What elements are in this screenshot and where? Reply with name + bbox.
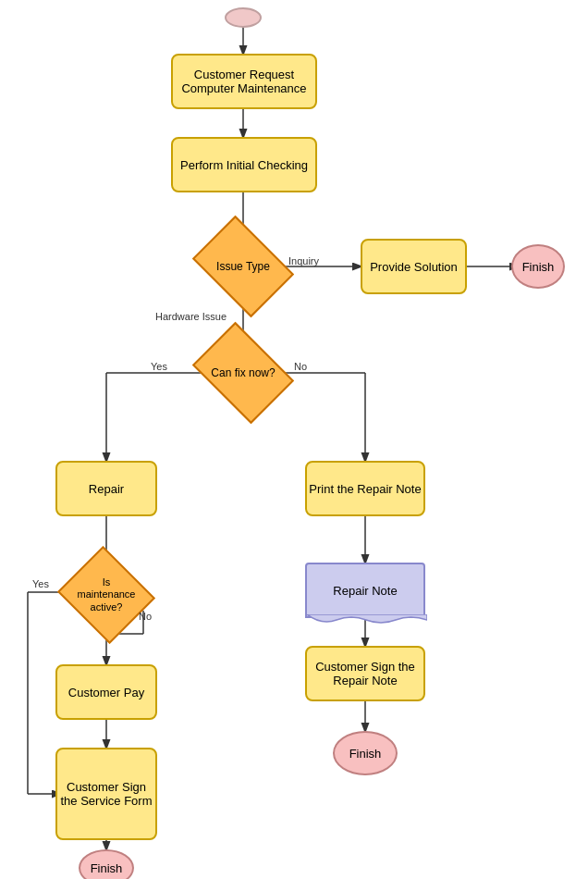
inquiry-label: Inquiry bbox=[288, 255, 319, 266]
provide-solution-node: Provide Solution bbox=[361, 239, 467, 294]
yes-maint-label: Yes bbox=[32, 578, 49, 589]
provide-solution-label: Provide Solution bbox=[370, 260, 458, 274]
issue-type-label: Issue Type bbox=[216, 260, 270, 273]
start-node bbox=[225, 7, 262, 28]
customer-request-node: Customer Request Computer Maintenance bbox=[171, 54, 317, 109]
customer-sign-service-node: Customer Sign the Service Form bbox=[55, 748, 157, 840]
customer-sign-repair-label: Customer Sign the Repair Note bbox=[307, 660, 423, 687]
can-fix-label: Can fix now? bbox=[211, 366, 275, 379]
customer-sign-repair-node: Customer Sign the Repair Note bbox=[305, 646, 425, 701]
hardware-label: Hardware Issue bbox=[155, 311, 227, 322]
print-repair-note-label: Print the Repair Note bbox=[309, 482, 421, 496]
repair-label: Repair bbox=[89, 482, 124, 496]
repair-note-doc-node: Repair Note bbox=[305, 563, 425, 618]
customer-pay-label: Customer Pay bbox=[68, 686, 144, 699]
finish-right-node: Finish bbox=[333, 731, 398, 775]
finish-left-label: Finish bbox=[91, 861, 123, 875]
is-maintenance-node: Is maintenance active? bbox=[69, 563, 143, 627]
finish-right-label: Finish bbox=[349, 747, 382, 761]
customer-sign-service-label: Customer Sign the Service Form bbox=[57, 780, 155, 808]
yes-fix-label: Yes bbox=[151, 361, 167, 372]
flowchart-diagram: Customer Request Computer Maintenance Pe… bbox=[0, 0, 588, 879]
customer-request-label: Customer Request Computer Maintenance bbox=[181, 68, 306, 95]
customer-pay-node: Customer Pay bbox=[55, 664, 157, 720]
can-fix-node: Can fix now? bbox=[202, 342, 285, 403]
repair-node: Repair bbox=[55, 461, 157, 516]
repair-note-doc-label: Repair Note bbox=[333, 584, 397, 598]
issue-type-node: Issue Type bbox=[202, 236, 285, 297]
finish-inquiry-label: Finish bbox=[522, 260, 555, 274]
initial-checking-node: Perform Initial Checking bbox=[171, 137, 317, 192]
finish-inquiry-node: Finish bbox=[511, 244, 565, 289]
print-repair-note-node: Print the Repair Note bbox=[305, 461, 425, 516]
no-fix-label: No bbox=[294, 361, 307, 372]
initial-checking-label: Perform Initial Checking bbox=[180, 158, 308, 172]
finish-left-node: Finish bbox=[79, 849, 134, 879]
is-maintenance-label: Is maintenance active? bbox=[78, 576, 136, 613]
